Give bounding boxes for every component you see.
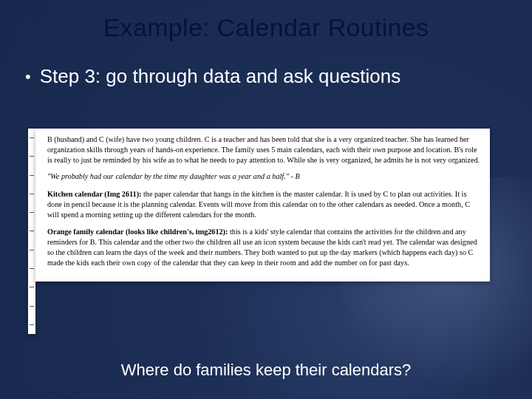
bullet-text: Step 3: go through data and ask question… <box>40 64 401 88</box>
ruler-tick <box>30 306 34 307</box>
ruler-tick <box>30 194 34 194</box>
ruler-tick <box>30 324 34 325</box>
ruler-tick <box>30 268 34 269</box>
ruler-tick <box>30 137 34 138</box>
ruler-tick <box>30 250 34 250</box>
bullet-marker: • <box>25 64 40 88</box>
embedded-document: B (husband) and C (wife) have two young … <box>35 129 490 282</box>
ruler-tick <box>30 175 34 176</box>
doc-section-kitchen: Kitchen calendar (Img 2611): the paper c… <box>47 189 482 220</box>
doc-section-orange: Orange family calendar (looks like child… <box>47 227 482 268</box>
slide-title: Example: Calendar Routines <box>0 0 532 42</box>
document-ruler <box>28 129 35 334</box>
doc-intro-paragraph: B (husband) and C (wife) have two young … <box>47 134 482 166</box>
doc-section-kitchen-lead: Kitchen calendar (Img 2611): <box>47 190 141 198</box>
ruler-tick <box>30 287 34 287</box>
ruler-tick <box>30 212 34 213</box>
slide-caption: Where do families keep their calendars? <box>0 361 532 380</box>
ruler-tick <box>30 156 34 157</box>
bullet-item: • Step 3: go through data and ask questi… <box>0 42 532 88</box>
doc-section-orange-lead: Orange family calendar (looks like child… <box>47 228 228 236</box>
doc-quote: "We probably had our calendar by the tim… <box>47 171 482 182</box>
ruler-tick <box>30 231 34 231</box>
